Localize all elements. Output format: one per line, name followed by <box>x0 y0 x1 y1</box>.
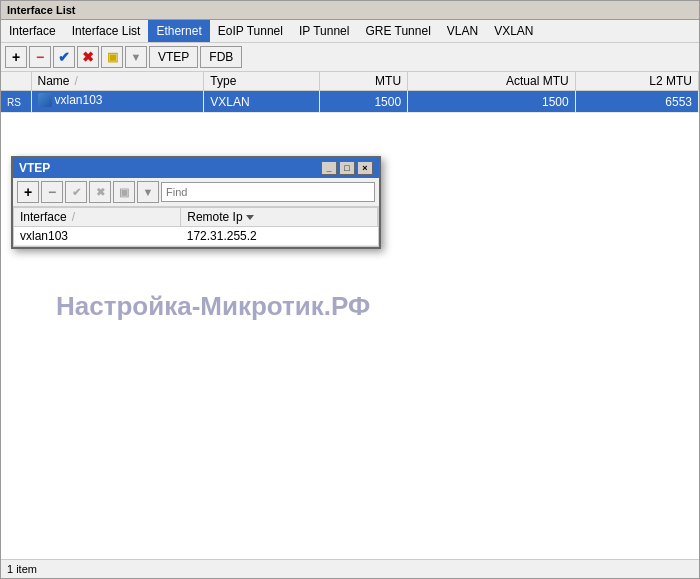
col-mtu-header[interactable]: MTU <box>320 72 408 91</box>
menu-ip-tunnel[interactable]: IP Tunnel <box>291 20 357 42</box>
vtep-dialog: VTEP _ □ × + − ✔ ✖ ▣ <box>11 156 381 249</box>
check-icon: ✔ <box>58 49 70 65</box>
row-name: vxlan103 <box>31 91 204 113</box>
menu-interface[interactable]: Interface <box>1 20 64 42</box>
minimize-icon: _ <box>326 163 331 173</box>
menu-eoip-tunnel[interactable]: EoIP Tunnel <box>210 20 291 42</box>
row-type: VXLAN <box>204 91 320 113</box>
sort-arrow-icon <box>246 215 254 220</box>
vtep-row-interface: vxlan103 <box>14 227 181 246</box>
vtep-col-interface-header[interactable]: Interface / <box>14 208 181 227</box>
check-button[interactable]: ✔ <box>53 46 75 68</box>
title-bar: Interface List <box>1 1 699 20</box>
vtep-filter-button[interactable]: ▼ <box>137 181 159 203</box>
table-row[interactable]: RS vxlan103 VXLAN 1500 <box>1 91 699 113</box>
col-l2-mtu-header[interactable]: L2 MTU <box>575 72 698 91</box>
col-name-header[interactable]: Name / <box>31 72 204 91</box>
vtep-check-icon: ✔ <box>72 186 81 199</box>
menu-vlan[interactable]: VLAN <box>439 20 486 42</box>
vtep-copy-button[interactable]: ▣ <box>113 181 135 203</box>
vtep-title-controls: _ □ × <box>321 161 373 175</box>
menu-ethernet[interactable]: Ethernet <box>148 20 209 42</box>
vtep-title-bar: VTEP _ □ × <box>13 158 379 178</box>
vtep-button[interactable]: VTEP <box>149 46 198 68</box>
vtep-cross-icon: ✖ <box>96 186 105 199</box>
vtep-table: Interface / Remote Ip <box>14 208 378 246</box>
vtep-minimize-button[interactable]: _ <box>321 161 337 175</box>
col-type-header[interactable]: Type <box>204 72 320 91</box>
row-actual-mtu: 1500 <box>408 91 576 113</box>
window-title: Interface List <box>7 4 75 16</box>
vtep-table-row[interactable]: vxlan103 172.31.255.2 <box>14 227 378 246</box>
copy-button[interactable]: ▣ <box>101 46 123 68</box>
row-l2-mtu: 6553 <box>575 91 698 113</box>
status-bar: 1 item <box>1 559 699 578</box>
vtep-check-button[interactable]: ✔ <box>65 181 87 203</box>
row-mtu: 1500 <box>320 91 408 113</box>
vtep-filter-icon: ▼ <box>143 186 154 198</box>
vtep-toolbar: + − ✔ ✖ ▣ ▼ <box>13 178 379 207</box>
filter-button[interactable]: ▼ <box>125 46 147 68</box>
main-toolbar: + − ✔ ✖ ▣ ▼ VTEP FDB <box>1 43 699 72</box>
menu-vxlan[interactable]: VXLAN <box>486 20 541 42</box>
vtep-find-input[interactable] <box>161 182 375 202</box>
vtep-restore-button[interactable]: □ <box>339 161 355 175</box>
vtep-close-button[interactable]: × <box>357 161 373 175</box>
row-flag: RS <box>1 91 31 113</box>
filter-icon: ▼ <box>131 51 142 63</box>
cross-icon: ✖ <box>82 49 94 65</box>
interface-table: Name / Type MTU Actual MTU L2 MTU <box>1 72 699 113</box>
vtep-row-remote-ip: 172.31.255.2 <box>181 227 378 246</box>
cross-button[interactable]: ✖ <box>77 46 99 68</box>
col-actual-mtu-header[interactable]: Actual MTU <box>408 72 576 91</box>
vtep-copy-icon: ▣ <box>119 186 129 199</box>
col-flags <box>1 72 31 91</box>
vtep-cross-button[interactable]: ✖ <box>89 181 111 203</box>
restore-icon: □ <box>344 163 349 173</box>
menu-interface-list[interactable]: Interface List <box>64 20 149 42</box>
vtep-remove-button[interactable]: − <box>41 181 63 203</box>
vtep-col-remote-ip-header[interactable]: Remote Ip <box>181 208 378 227</box>
menu-bar: Interface Interface List Ethernet EoIP T… <box>1 20 699 43</box>
vtep-table-container: Interface / Remote Ip <box>13 207 379 247</box>
add-button[interactable]: + <box>5 46 27 68</box>
close-icon: × <box>362 163 367 173</box>
remove-button[interactable]: − <box>29 46 51 68</box>
vtep-add-button[interactable]: + <box>17 181 39 203</box>
menu-gre-tunnel[interactable]: GRE Tunnel <box>357 20 438 42</box>
fdb-button[interactable]: FDB <box>200 46 242 68</box>
copy-icon: ▣ <box>107 50 118 64</box>
interface-table-container: Name / Type MTU Actual MTU L2 MTU <box>1 72 699 559</box>
vxlan-icon <box>38 93 52 107</box>
